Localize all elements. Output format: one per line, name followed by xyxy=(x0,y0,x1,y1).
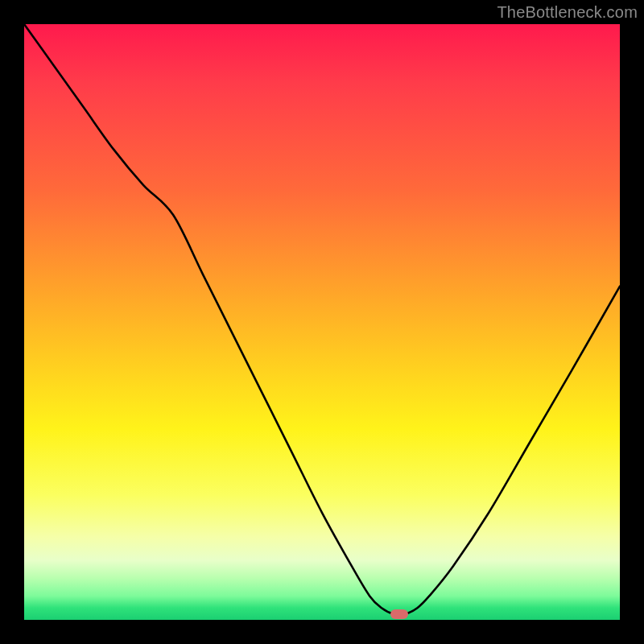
background-gradient xyxy=(24,24,620,620)
chart-frame: TheBottleneck.com xyxy=(0,0,644,644)
watermark-text: TheBottleneck.com xyxy=(497,3,638,22)
optimal-marker xyxy=(390,609,408,619)
plot-area xyxy=(24,24,620,620)
